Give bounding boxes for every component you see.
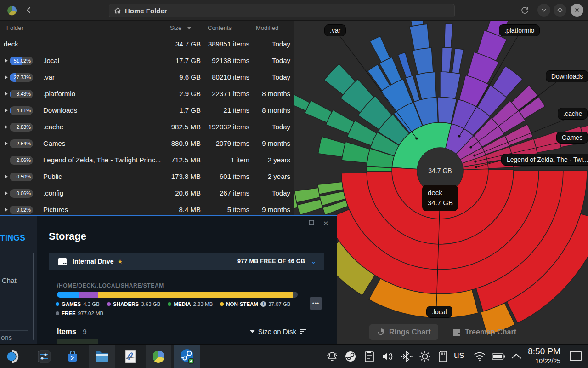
taskbar-item-file-manager[interactable] (89, 345, 115, 368)
expand-arrow-icon[interactable] (5, 75, 8, 79)
percent-badge: 0.50% (10, 172, 33, 181)
steam-sidebar-item-bottom[interactable]: ons (1, 334, 12, 341)
sort-order-icon[interactable] (300, 328, 307, 334)
back-button[interactable] (25, 6, 33, 14)
column-header-folder[interactable]: Folder (6, 21, 23, 35)
sd-card-icon[interactable] (437, 351, 448, 362)
expand-arrow-icon[interactable] (5, 59, 8, 63)
more-options-button[interactable]: ••• (310, 297, 322, 310)
app-launcher-button[interactable] (0, 345, 26, 368)
show-desktop-button[interactable] (570, 351, 582, 361)
table-row[interactable]: deck34.7 GB389851 itemsToday (0, 36, 294, 52)
info-icon[interactable]: i (260, 301, 266, 307)
taskbar-item-document-app[interactable] (118, 345, 143, 368)
document-icon (125, 350, 136, 363)
diamond-icon (557, 7, 563, 13)
taskbar-item-steam[interactable] (174, 345, 200, 368)
window-close-button[interactable] (571, 4, 583, 17)
tooltip-name: deck (428, 188, 458, 198)
steam-close-button[interactable]: ✕ (323, 219, 329, 228)
clock-time: 8:50 PM (528, 346, 560, 357)
taskbar-item-filelight[interactable] (146, 345, 171, 368)
ring-segment[interactable] (294, 92, 310, 111)
ring-segment[interactable] (440, 72, 461, 98)
star-icon: ★ (117, 258, 123, 265)
table-row[interactable]: 27.73%.var9.6 GB80210 itemsToday (0, 69, 294, 86)
ring-segment[interactable] (318, 137, 345, 157)
ring-segment[interactable] (444, 23, 453, 48)
keyboard-layout-indicator[interactable]: us (454, 349, 464, 360)
expand-arrow-icon[interactable] (5, 208, 8, 212)
expand-arrow-icon[interactable] (5, 109, 8, 112)
ring-segment[interactable] (409, 24, 429, 50)
chart-label: Downloads (546, 70, 588, 82)
clipboard-icon[interactable] (364, 351, 375, 362)
ring-segment[interactable] (342, 142, 370, 163)
legend-dot (168, 302, 171, 306)
ring-segment[interactable] (452, 48, 464, 74)
table-row[interactable]: 4.81%Downloads1.7 GB21 items8 months (0, 102, 294, 119)
chart-label: .local (426, 306, 452, 318)
notifications-bell-icon[interactable] (326, 351, 338, 362)
window-minimize-button[interactable] (537, 4, 550, 17)
folder-modified: 2 years (254, 168, 290, 185)
drive-free-space: 977 MB FREE OF 46 GB (237, 258, 305, 264)
steam-maximize-button[interactable] (308, 219, 315, 227)
table-row[interactable]: 0.50%Public173.8 MB601 items2 years (0, 168, 294, 185)
steam-tray-icon[interactable] (345, 351, 356, 362)
column-header-size[interactable]: Size (170, 21, 192, 35)
steam-sidebar-item-chat[interactable]: Chat (2, 276, 17, 284)
battery-icon[interactable] (492, 351, 505, 362)
drive-selector[interactable]: Internal Drive ★ 977 MB FREE OF 46 GB ⌄ (49, 253, 324, 270)
brightness-icon[interactable] (419, 351, 431, 362)
ring-segment[interactable] (398, 52, 412, 78)
launcher-icon (6, 350, 20, 363)
expand-arrow-icon[interactable] (5, 125, 8, 129)
table-row[interactable]: 2.06%Legend of Zelda, The - Twilight Pri… (0, 152, 294, 168)
folder-size: 880.9 MB (155, 135, 201, 152)
taskbar-item-discover[interactable] (60, 345, 85, 368)
expand-arrow-icon[interactable] (5, 191, 8, 195)
table-row[interactable]: 0.06%.config20.6 MB267 itemsToday (0, 185, 294, 201)
table-row[interactable]: 2.54%Games880.9 MB2079 items9 months (0, 135, 294, 152)
expand-arrow-icon[interactable] (5, 175, 8, 178)
folder-modified: Today (254, 52, 290, 69)
folder-modified: Today (254, 36, 290, 52)
table-row[interactable]: 51.02%.local17.7 GB92138 itemsToday (0, 52, 294, 69)
sort-arrow-icon (187, 26, 192, 30)
items-row: Items 9 Size on Disk (57, 328, 323, 338)
folder-contents: 21 items (204, 102, 249, 119)
steam-minimize-button[interactable]: — (293, 219, 300, 227)
ring-segment[interactable] (442, 47, 452, 72)
wifi-icon[interactable] (473, 351, 486, 362)
treemap-chart-button[interactable]: Treemap Chart (446, 324, 524, 340)
column-header-contents[interactable]: Contents (208, 21, 232, 35)
window-maximize-button[interactable] (554, 4, 566, 17)
legend-item: FREE977.02 MB (56, 310, 103, 316)
folder-modified: 2 years (254, 152, 290, 168)
sidebar-scrollbar[interactable] (33, 253, 34, 340)
clock[interactable]: 8:50 PM 10/22/25 (528, 346, 560, 365)
refresh-button[interactable] (520, 6, 530, 15)
expand-arrow-icon[interactable] (5, 142, 8, 145)
drive-dropdown-chevron-icon[interactable]: ⌄ (311, 258, 316, 265)
tray-expand-chevron-icon[interactable] (510, 351, 523, 362)
expand-arrow-icon[interactable] (5, 92, 8, 96)
bluetooth-icon[interactable] (401, 351, 413, 362)
location-bar[interactable]: Home Folder (109, 4, 455, 17)
table-row[interactable]: 8.43%.platformio2.9 GB22371 items8 month… (0, 86, 294, 102)
volume-icon[interactable] (381, 351, 394, 362)
folder-name: .cache (43, 119, 63, 135)
pie-chart-icon (152, 350, 165, 363)
legend-dot (220, 302, 224, 306)
column-header-modified[interactable]: Modified (256, 21, 278, 35)
label-anchor-dot (474, 160, 476, 162)
rings-chart[interactable]: 34.7 GB (294, 21, 588, 344)
chart-label: Games (556, 132, 588, 144)
sort-control[interactable]: Size on Disk (250, 328, 307, 335)
table-row[interactable]: 2.83%.cache982.5 MB192032 itemsToday (0, 119, 294, 135)
rings-chart-button[interactable]: Rings Chart (369, 324, 438, 340)
taskbar-item-settings[interactable] (31, 345, 57, 368)
ring-segment[interactable] (413, 48, 433, 75)
ring-segment[interactable] (370, 36, 390, 63)
